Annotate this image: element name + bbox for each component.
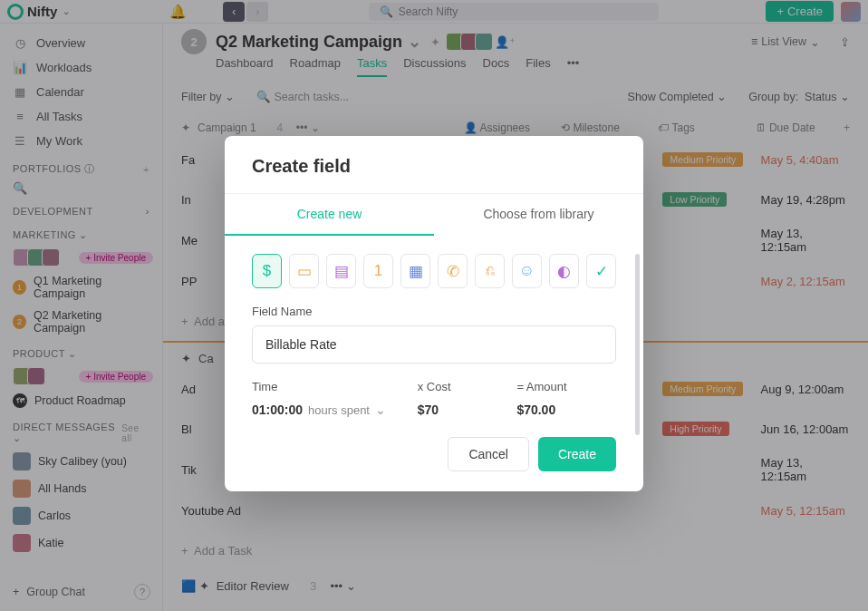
field-type-option[interactable]: ⎌ — [475, 254, 505, 288]
field-type-option[interactable]: ▭ — [289, 254, 319, 288]
create-field-modal: Create field Create new Choose from libr… — [225, 136, 643, 491]
field-type-option[interactable]: ◐ — [549, 254, 579, 288]
create-button[interactable]: Create — [538, 437, 616, 471]
cancel-button[interactable]: Cancel — [448, 437, 529, 471]
modal-tab-library[interactable]: Choose from library — [434, 194, 643, 236]
field-type-option[interactable]: ✆ — [438, 254, 468, 288]
cost-value: $70 — [418, 402, 517, 417]
chevron-down-icon: ⌄ — [375, 402, 386, 417]
field-type-option[interactable]: ✓ — [586, 254, 616, 288]
modal-tab-create-new[interactable]: Create new — [225, 194, 434, 236]
field-type-option[interactable]: ☺ — [512, 254, 542, 288]
field-type-option[interactable]: 1 — [363, 254, 393, 288]
modal-title: Create field — [225, 136, 643, 194]
time-dropdown[interactable]: 01:00:00 hours spent ⌄ — [252, 402, 418, 417]
amount-label: = Amount — [516, 380, 616, 393]
field-type-option[interactable]: $ — [252, 254, 282, 288]
amount-value: $70.00 — [516, 402, 616, 417]
field-type-option[interactable]: ▦ — [400, 254, 430, 288]
field-name-input[interactable] — [252, 325, 616, 364]
field-name-label: Field Name — [252, 305, 616, 318]
time-label: Time — [252, 380, 418, 393]
field-type-option[interactable]: ▤ — [326, 254, 356, 288]
cost-label: x Cost — [418, 380, 517, 393]
scrollbar[interactable] — [635, 254, 640, 435]
